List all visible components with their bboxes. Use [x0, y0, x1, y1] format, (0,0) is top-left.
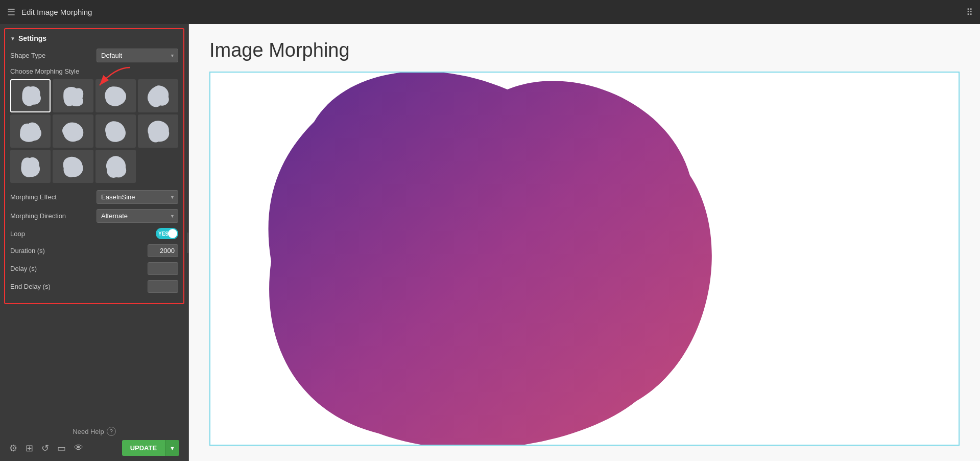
morphing-direction-row: Morphing Direction Alternate Normal Reve…	[10, 209, 178, 223]
topbar-title: Edit Image Morphing	[21, 8, 92, 16]
morphing-direction-select[interactable]: Alternate Normal Reverse	[97, 209, 178, 223]
eye-icon[interactable]: 👁	[74, 443, 83, 453]
layers-icon[interactable]: ⊞	[26, 443, 33, 454]
end-delay-input[interactable]	[148, 280, 178, 293]
shape-item-2[interactable]	[53, 79, 93, 112]
morphing-style-label: Choose Morphing Style	[10, 67, 178, 75]
shape-item-4[interactable]	[138, 79, 178, 112]
sidebar-bottom: Need Help ? ⚙ ⊞ ↺ ▭ 👁 UPDATE ▼	[0, 422, 188, 461]
topbar: ☰ Edit Image Morphing ⠿	[0, 0, 980, 24]
loop-toggle-wrapper: YES	[156, 228, 178, 239]
loop-label: Loop	[10, 230, 25, 238]
shape-item-10[interactable]	[53, 150, 93, 183]
help-icon[interactable]: ?	[107, 427, 116, 436]
morphing-effect-label: Morphing Effect	[10, 193, 57, 201]
grid-icon[interactable]: ⠿	[966, 7, 973, 18]
settings-section: ▼ Settings Shape Type Default Custom	[4, 28, 184, 304]
shape-type-row: Shape Type Default Custom	[10, 49, 178, 62]
history-icon[interactable]: ↺	[41, 443, 49, 454]
preview-canvas	[209, 72, 960, 446]
delay-label: Delay (s)	[10, 265, 37, 272]
preview-title: Image Morphing	[209, 39, 960, 61]
shape-item-8[interactable]	[138, 114, 178, 148]
update-btn-group: UPDATE ▼	[122, 440, 179, 456]
duration-input[interactable]	[148, 244, 178, 257]
settings-label: Settings	[18, 34, 46, 42]
settings-header: ▼ Settings	[10, 34, 178, 42]
display-icon[interactable]: ▭	[57, 443, 66, 454]
morphing-direction-label: Morphing Direction	[10, 212, 66, 220]
bottom-icons-bar: ⚙ ⊞ ↺ ▭ 👁 UPDATE ▼	[7, 440, 181, 456]
shape-type-select[interactable]: Default Custom	[97, 49, 178, 62]
blob-shape	[236, 72, 747, 446]
hamburger-icon[interactable]: ☰	[7, 7, 15, 18]
end-delay-label: End Delay (s)	[10, 283, 51, 290]
shape-item-3[interactable]	[95, 79, 136, 112]
shape-type-label: Shape Type	[10, 52, 45, 59]
duration-row: Duration (s)	[10, 244, 178, 257]
morphing-effect-select-wrapper: EaseInSine EaseOutSine EaseInOutSine Lin…	[97, 190, 178, 204]
update-dropdown-button[interactable]: ▼	[165, 440, 179, 456]
need-help: Need Help ?	[73, 427, 115, 436]
main-layout: ▼ Settings Shape Type Default Custom	[0, 24, 980, 461]
delay-row: Delay (s)	[10, 262, 178, 275]
settings-gear-icon[interactable]: ⚙	[9, 443, 17, 454]
delay-input[interactable]	[148, 262, 178, 275]
shape-type-select-wrapper: Default Custom	[97, 49, 178, 62]
need-help-label: Need Help	[73, 428, 104, 435]
preview-area: Image Morphing	[189, 24, 980, 461]
toggle-yes-label: YES	[158, 231, 169, 237]
settings-chevron-icon[interactable]: ▼	[10, 36, 15, 41]
toggle-knob	[168, 229, 177, 238]
end-delay-row: End Delay (s)	[10, 280, 178, 293]
morphing-effect-select[interactable]: EaseInSine EaseOutSine EaseInOutSine Lin…	[97, 190, 178, 204]
shape-item-5[interactable]	[10, 114, 51, 148]
shape-item-6[interactable]	[53, 114, 93, 148]
morphing-direction-select-wrapper: Alternate Normal Reverse	[97, 209, 178, 223]
loop-row: Loop YES	[10, 228, 178, 239]
update-button[interactable]: UPDATE	[122, 440, 165, 456]
sidebar: ▼ Settings Shape Type Default Custom	[0, 24, 189, 461]
loop-toggle[interactable]: YES	[156, 228, 178, 239]
shape-grid	[10, 79, 178, 183]
morphing-effect-row: Morphing Effect EaseInSine EaseOutSine E…	[10, 190, 178, 204]
shape-item-7[interactable]	[95, 114, 136, 148]
shape-item-1[interactable]	[10, 79, 51, 112]
shape-item-11[interactable]	[95, 150, 136, 183]
duration-label: Duration (s)	[10, 247, 45, 255]
shape-item-9[interactable]	[10, 150, 51, 183]
